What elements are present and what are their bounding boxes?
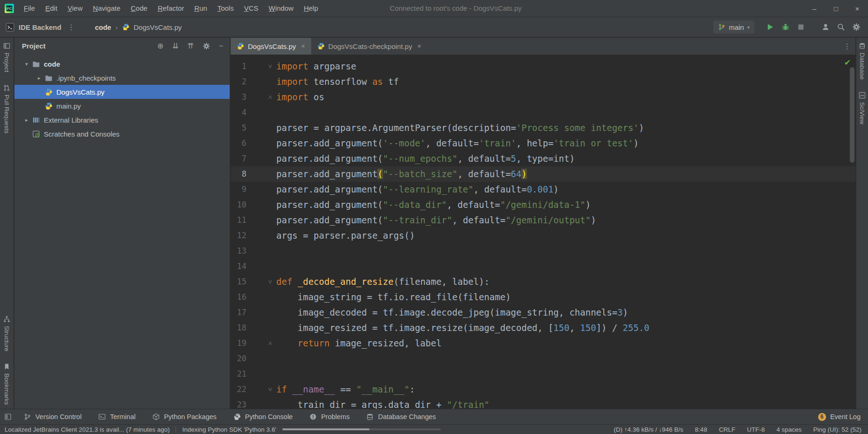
stop-button[interactable]	[797, 23, 805, 31]
close-tab-icon[interactable]: ×	[417, 42, 421, 50]
tool-stripe-button-bookmarks[interactable]: Bookmarks	[3, 363, 10, 405]
status-widget-5[interactable]: Ping (UI): 52 (52)	[813, 426, 861, 433]
status-separator	[176, 427, 176, 433]
tree-item-scratches-and-consoles[interactable]: Scratches and Consoles	[14, 127, 230, 141]
fold-marker-icon[interactable]: ˄	[246, 336, 276, 351]
code-line-6[interactable]: 6parser.add_argument('--mode', default='…	[231, 136, 855, 151]
code-line-1[interactable]: 1˅import argparse	[231, 59, 855, 74]
menu-item-code[interactable]: Code	[126, 0, 153, 17]
close-tab-icon[interactable]: ×	[301, 42, 305, 50]
code-line-22[interactable]: 22˅if __name__ == "__main__":	[231, 382, 855, 397]
maximize-icon[interactable]: □	[825, 0, 847, 17]
tree-chevron-icon[interactable]: ▾	[21, 61, 32, 67]
code-line-13[interactable]: 13	[231, 243, 855, 259]
code-line-10[interactable]: 10parser.add_argument("--data_dir", defa…	[231, 197, 855, 213]
tree-item-label: .ipynb_checkpoints	[56, 74, 116, 82]
tool-button-version-control[interactable]: Version Control	[24, 413, 82, 420]
code-line-3[interactable]: 3˄import os	[231, 90, 855, 105]
breadcrumb-project[interactable]: code	[95, 23, 111, 31]
menu-item-window[interactable]: Window	[264, 0, 299, 17]
tree-item-code[interactable]: ▾code	[14, 57, 230, 71]
tree-chevron-icon[interactable]: ▸	[21, 117, 32, 123]
tree-item-ipynb-checkpoints[interactable]: ▸.ipynb_checkpoints	[14, 71, 230, 85]
code-line-12[interactable]: 12args = parser.parse_args()	[231, 228, 855, 243]
code-line-4[interactable]: 4	[231, 105, 855, 120]
editor-tab-dogsvscats-checkpoint-py[interactable]: DogsVsCats-checkpoint.py×	[311, 38, 427, 55]
tool-window-switcher-icon[interactable]	[4, 413, 12, 420]
code-line-23[interactable]: 23 train_dir = args.data_dir + "/train"	[231, 397, 855, 409]
tool-stripe-button-project[interactable]: Project	[3, 42, 10, 72]
code-with-me-icon[interactable]	[821, 23, 830, 31]
breadcrumb-file[interactable]: DogsVsCats.py	[134, 23, 182, 31]
code-area[interactable]: 1˅import argparse2import tensorflow as t…	[231, 55, 855, 409]
tree-item-dogsvscats-py[interactable]: DogsVsCats.py	[14, 85, 230, 99]
run-config-selector[interactable]: main ▾	[713, 21, 754, 34]
code-line-5[interactable]: 5parser = argparse.ArgumentParser(descri…	[231, 120, 855, 136]
editor-scrollbar[interactable]	[850, 67, 854, 163]
python-icon	[237, 42, 244, 50]
menu-item-file[interactable]: File	[19, 0, 40, 17]
code-line-17[interactable]: 17 image_decoded = tf.image.decode_jpeg(…	[231, 305, 855, 320]
event-log-button[interactable]: 6 Event Log	[818, 413, 861, 421]
code-line-16[interactable]: 16 image_string = tf.io.read_file(filena…	[231, 289, 855, 305]
code-line-7[interactable]: 7parser.add_argument("--num_epochs", def…	[231, 151, 855, 166]
hide-panel-icon[interactable]: −	[219, 42, 223, 50]
status-notification[interactable]: Localized JetBrains Client 2021.3 is ava…	[5, 426, 170, 433]
collapse-all-icon[interactable]: ⇈	[187, 41, 193, 50]
code-line-9[interactable]: 9parser.add_argument("--learning_rate", …	[231, 182, 855, 197]
menu-item-edit[interactable]: Edit	[40, 0, 62, 17]
run-button[interactable]	[766, 23, 774, 31]
tree-item-external-libraries[interactable]: ▸External Libraries	[14, 113, 230, 127]
search-everywhere-icon[interactable]	[837, 23, 845, 31]
status-widget-3[interactable]: UTF-8	[747, 426, 765, 433]
code-line-19[interactable]: 19˄ return image_resized, label	[231, 336, 855, 351]
backend-menu-icon[interactable]: ⋮	[64, 23, 78, 32]
status-widget-1[interactable]: 8:48	[695, 426, 707, 433]
sciview-icon	[859, 92, 866, 99]
tool-stripe-button-structure[interactable]: Structure	[3, 316, 10, 351]
code-line-2[interactable]: 2import tensorflow as tf	[231, 74, 855, 90]
tool-stripe-button-pull-requests[interactable]: Pull Requests	[3, 84, 10, 133]
menu-item-help[interactable]: Help	[299, 0, 323, 17]
project-settings-icon[interactable]	[203, 42, 210, 50]
status-widget-2[interactable]: CRLF	[719, 426, 735, 433]
fold-marker-icon[interactable]: ˅	[246, 274, 276, 289]
locate-file-icon[interactable]: ⊕	[157, 41, 163, 50]
tool-button-python-console[interactable]: Python Console	[233, 413, 293, 420]
code-line-18[interactable]: 18 image_resized = tf.image.resize(image…	[231, 320, 855, 336]
status-widget-4[interactable]: 4 spaces	[776, 426, 801, 433]
menu-item-vcs[interactable]: VCS	[239, 0, 264, 17]
fold-marker-icon[interactable]: ˅	[246, 382, 276, 397]
settings-icon[interactable]	[852, 23, 861, 31]
fold-marker-icon[interactable]: ˅	[246, 59, 276, 74]
close-icon[interactable]: ×	[847, 0, 868, 17]
status-widget-0[interactable]: (D) ↑4.36 kB/s / ↓946 B/s	[614, 426, 683, 433]
menu-item-run[interactable]: Run	[189, 0, 212, 17]
project-tree: ▾code▸.ipynb_checkpointsDogsVsCats.pymai…	[14, 54, 230, 141]
menu-item-tools[interactable]: Tools	[212, 0, 239, 17]
fold-marker-icon[interactable]: ˄	[246, 90, 276, 105]
tool-button-python-packages[interactable]: Python Packages	[152, 413, 217, 420]
code-line-15[interactable]: 15˅def _decode_and_resize(filename, labe…	[231, 274, 855, 289]
tool-button-terminal[interactable]: Terminal	[98, 413, 136, 420]
menu-item-view[interactable]: View	[62, 0, 88, 17]
code-line-20[interactable]: 20	[231, 351, 855, 366]
tool-stripe-button-sciview[interactable]: SciView	[859, 92, 866, 124]
editor-tab-dogsvscats-py[interactable]: DogsVsCats.py×	[231, 38, 311, 55]
menu-item-refactor[interactable]: Refactor	[152, 0, 189, 17]
tree-item-main-py[interactable]: main.py	[14, 99, 230, 113]
code-line-11[interactable]: 11parser.add_argument("--train_dir", def…	[231, 213, 855, 228]
debug-button[interactable]	[781, 23, 790, 31]
tool-stripe-button-database[interactable]: Database	[859, 42, 866, 80]
menu-item-navigate[interactable]: Navigate	[88, 0, 125, 17]
editor-tabs-menu-icon[interactable]: ⋮	[840, 42, 855, 51]
tool-button-database-changes[interactable]: Database Changes	[366, 413, 436, 420]
code-line-8[interactable]: 8parser.add_argument("--batch_size", def…	[231, 166, 855, 182]
code-line-14[interactable]: 14	[231, 259, 855, 274]
code-line-21[interactable]: 21	[231, 366, 855, 382]
expand-all-icon[interactable]: ⇊	[172, 41, 178, 50]
tool-button-problems[interactable]: Problems	[309, 413, 349, 420]
tree-chevron-icon[interactable]: ▸	[34, 75, 45, 81]
inspections-ok-icon[interactable]: ✔	[844, 58, 851, 68]
minimize-icon[interactable]: –	[804, 0, 825, 17]
